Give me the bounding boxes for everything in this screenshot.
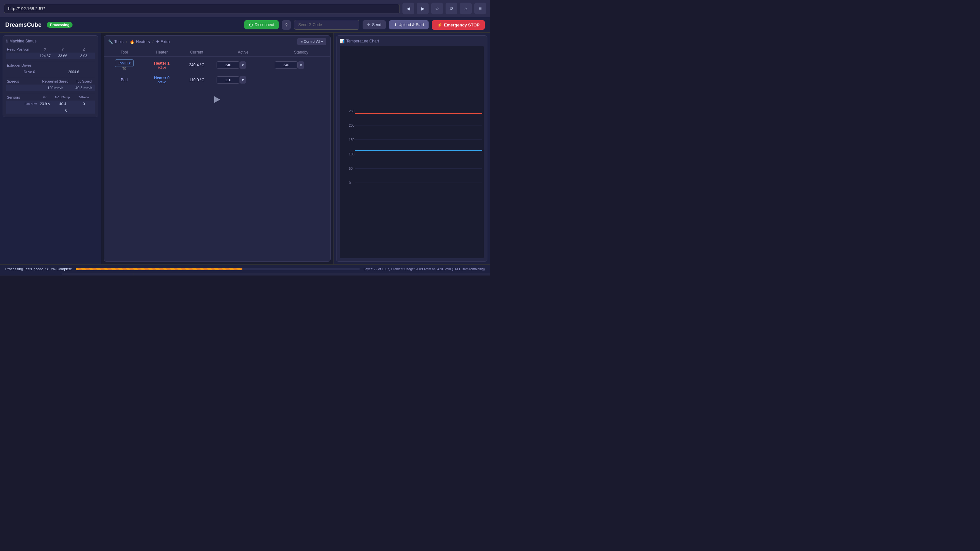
- info-icon: ℹ: [6, 39, 8, 43]
- estop-button[interactable]: ⚡ Emergency STOP: [432, 20, 485, 30]
- address-bar[interactable]: [4, 4, 400, 13]
- tool0-sub: T0: [107, 67, 142, 70]
- brand-name: DreamsCube: [5, 22, 41, 29]
- speeds-label: Speeds: [6, 78, 38, 85]
- send-icon: ✈: [367, 22, 371, 27]
- sidebar-nav: ⌂ Machine Control 📋 Job Status ≥_ G-Code…: [0, 273, 62, 275]
- tab-tools[interactable]: 🔧 Tools: [108, 40, 124, 44]
- extra-icon: ✚: [156, 40, 159, 44]
- home-button[interactable]: ⌂: [460, 3, 472, 14]
- job-control-panel: Job Control ❚❚ Pause Job Enable Auto-Sle…: [62, 273, 134, 275]
- send-button[interactable]: ✈ Send: [363, 20, 386, 29]
- heaters-icon: 🔥: [130, 40, 135, 44]
- col-tool: Tool: [104, 48, 145, 57]
- center-panel: 🔧 Tools / 🔥 Heaters / ✚ Extra ≡ Control …: [101, 33, 333, 264]
- reload-button[interactable]: ↺: [445, 3, 457, 14]
- table-row: Bed Heater 0 active 110.0 °C ▾: [104, 73, 330, 86]
- heater0-name: Heater 0: [147, 76, 177, 80]
- svg-text:0: 0: [349, 181, 351, 185]
- tools-tabs: 🔧 Tools / 🔥 Heaters / ✚ Extra ≡ Control …: [104, 36, 330, 48]
- sensor-zprobe-val: 0: [73, 100, 95, 107]
- main-area: ℹ Machine Status Head Position X Y Z 124…: [0, 33, 490, 264]
- sensor-vin-val: 23.9 V: [38, 100, 52, 107]
- tools-card: 🔧 Tools / 🔥 Heaters / ✚ Extra ≡ Control …: [104, 35, 331, 262]
- top-speed-value: 40.5 mm/s: [73, 84, 95, 91]
- sensor-vin-label: Vin: [38, 94, 52, 101]
- heater1-standby-input[interactable]: [275, 61, 298, 68]
- browser-chrome: ◀ ▶ ☆ ↺ ⌂ ≡: [0, 0, 490, 17]
- estop-icon: ⚡: [437, 22, 442, 27]
- heater0-active-dropdown[interactable]: ▾: [240, 76, 246, 84]
- col-z: Z: [73, 46, 95, 52]
- gcode-input[interactable]: [294, 20, 360, 30]
- progress-text: Processing Test1.gcode, 58.7% Complete: [5, 267, 72, 271]
- bottom-content: ⌂ Machine Control 📋 Job Status ≥_ G-Code…: [0, 273, 490, 275]
- sensor-fanrpm-val: 0: [38, 107, 95, 114]
- toolbar: DreamsCube Processing ⏻ Disconnect ? ✈ S…: [0, 17, 490, 33]
- back-button[interactable]: ◀: [402, 3, 414, 14]
- upload-button[interactable]: ⬆ Upload & Start: [389, 20, 429, 29]
- left-panel: ℹ Machine Status Head Position X Y Z 124…: [0, 33, 101, 264]
- help-button[interactable]: ?: [282, 20, 291, 30]
- col-standby: Standby: [272, 48, 330, 57]
- col-active: Active: [214, 48, 272, 57]
- svg-text:200: 200: [349, 124, 355, 127]
- pos-y: 33.66: [52, 52, 73, 59]
- layer-stats-panel: Layer Statistics 40s 30s: [134, 273, 418, 275]
- pos-z: 3.03: [73, 52, 95, 59]
- col-y: Y: [52, 46, 73, 52]
- tool0-button[interactable]: Tool 0 ▾: [115, 59, 133, 67]
- status-table: Head Position X Y Z 124.67 33.66 3.03 Ex…: [6, 46, 95, 114]
- heater1-active-input[interactable]: [216, 61, 239, 68]
- layer-info: Layer: 22 of 1357, Filament Usage: 2009.…: [364, 267, 485, 271]
- svg-text:250: 250: [349, 110, 355, 113]
- svg-text:150: 150: [349, 138, 355, 142]
- chart-card: 📊 Temperature Chart 250 200 150 100 50 0: [336, 35, 487, 262]
- heater1-current: 240.4 °C: [179, 57, 214, 73]
- heaters-table: Tool Heater Current Active Standby Tool …: [104, 48, 330, 86]
- pos-x: 124.67: [38, 52, 52, 59]
- control-all-button[interactable]: ≡ Control All ▾: [297, 38, 326, 45]
- sensors-label: Sensors: [6, 94, 38, 101]
- sensor-zprobe-label: Z-Probe: [73, 94, 95, 101]
- extruder-label: Extruder Drives: [6, 62, 38, 69]
- svg-text:50: 50: [349, 167, 353, 170]
- col-current: Current: [179, 48, 214, 57]
- bottom-bar: Processing Test1.gcode, 58.7% Complete L…: [0, 264, 490, 275]
- sensor-mcu-label: MCU Temp.: [52, 94, 73, 101]
- col-x: X: [38, 46, 52, 52]
- sidebar-item-machine-control[interactable]: ⌂ Machine Control: [0, 275, 62, 275]
- machine-status-card: ℹ Machine Status Head Position X Y Z 124…: [3, 35, 98, 117]
- chart-title: 📊 Temperature Chart: [340, 39, 484, 43]
- disconnect-button[interactable]: ⏻ Disconnect: [244, 20, 278, 29]
- chart-icon: 📊: [340, 39, 345, 43]
- col-heater: Heater: [145, 48, 179, 57]
- heater1-active-dropdown[interactable]: ▾: [240, 61, 246, 69]
- heater1-standby-dropdown[interactable]: ▾: [298, 61, 304, 69]
- star-button[interactable]: ☆: [431, 3, 443, 14]
- machine-status-title: ℹ Machine Status: [6, 39, 95, 43]
- sensor-fanrpm-label: Fan RPM: [6, 100, 38, 107]
- drive-label: Drive 0: [6, 68, 52, 75]
- sensor-mcu-val: 40.4: [52, 100, 73, 107]
- tab-heaters[interactable]: 🔥 Heaters: [130, 40, 150, 44]
- play-cursor: [214, 96, 220, 103]
- heater0-active-input[interactable]: [216, 76, 239, 84]
- temperature-chart-svg: 250 200 150 100 50 0: [340, 46, 484, 258]
- heater1-name: Heater 1: [147, 61, 177, 66]
- req-speed-value: 120 mm/s: [38, 84, 73, 91]
- progress-bar-area: Processing Test1.gcode, 58.7% Complete L…: [0, 265, 490, 273]
- forward-button[interactable]: ▶: [417, 3, 429, 14]
- disconnect-icon: ⏻: [249, 22, 253, 27]
- heater0-current: 110.0 °C: [179, 73, 214, 86]
- fan-control-panel: Fan Control Tool Fan Tool Fan 20% Fan 0 …: [418, 273, 490, 275]
- status-badge: Processing: [47, 22, 73, 28]
- req-speed-label: Requested Speed: [38, 78, 73, 85]
- progress-track: [76, 268, 360, 270]
- menu-button[interactable]: ≡: [474, 3, 486, 14]
- head-position-label: Head Position: [6, 46, 38, 52]
- upload-icon: ⬆: [394, 22, 397, 27]
- tab-extra[interactable]: ✚ Extra: [156, 40, 170, 44]
- heater0-status: active: [147, 80, 177, 84]
- chart-area: 250 200 150 100 50 0: [340, 46, 484, 258]
